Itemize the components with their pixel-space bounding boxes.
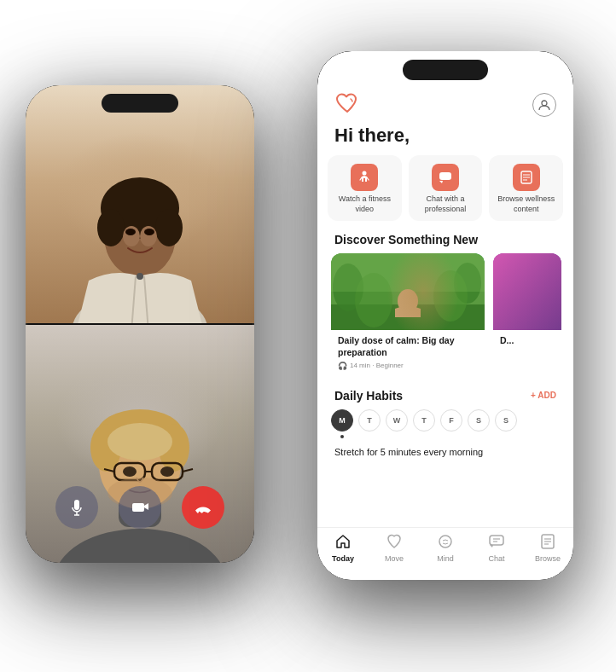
chat-icon xyxy=(488,533,505,553)
discover-card-1-title: Daily dose of calm: Big day preparation xyxy=(338,335,478,358)
headphone-icon: 🎧 xyxy=(338,362,347,370)
svg-point-5 xyxy=(155,209,183,246)
day-tuesday[interactable]: T xyxy=(358,409,381,432)
right-phone: Hi there, Watch a fitness video xyxy=(317,51,573,580)
qa-chat-pro[interactable]: Chat with a professional xyxy=(409,155,483,221)
browse-nav-icon xyxy=(539,533,556,553)
chat-pro-icon xyxy=(432,164,459,191)
discover-card-1-meta: 🎧 14 min · Beginner xyxy=(338,362,478,370)
discover-card-1-meta-text: 14 min · Beginner xyxy=(350,362,404,369)
nav-move[interactable]: Move xyxy=(369,533,420,563)
svg-rect-29 xyxy=(132,503,144,512)
day-saturday[interactable]: S xyxy=(468,409,490,432)
nav-today-label: Today xyxy=(332,554,354,563)
nav-browse[interactable]: Browse xyxy=(522,533,573,563)
day-indicator xyxy=(340,435,344,438)
nav-move-label: Move xyxy=(385,554,404,563)
woman-silhouette xyxy=(46,110,234,323)
man-silhouette xyxy=(38,341,242,563)
nav-browse-label: Browse xyxy=(535,554,561,563)
svg-rect-47 xyxy=(493,253,561,330)
nav-mind[interactable]: Mind xyxy=(420,533,471,563)
end-call-button[interactable] xyxy=(182,486,224,529)
qa-fitness-label: Watch a fitness video xyxy=(334,194,395,214)
svg-rect-43 xyxy=(331,253,485,292)
svg-point-31 xyxy=(363,171,367,176)
greeting-text: Hi there, xyxy=(317,121,573,155)
app-content: Hi there, Watch a fitness video xyxy=(317,51,573,527)
scene: Hi there, Watch a fitness video xyxy=(0,0,616,672)
qa-fitness[interactable]: Watch a fitness video xyxy=(328,155,402,221)
svg-point-41 xyxy=(433,270,468,322)
day-monday[interactable]: M xyxy=(331,409,353,432)
discover-cards-row: Daily dose of calm: Big day preparation … xyxy=(317,253,573,386)
habits-header: Daily Habits + ADD xyxy=(317,387,573,409)
habits-section-title: Daily Habits xyxy=(334,389,403,403)
call-controls xyxy=(26,486,254,529)
nav-chat[interactable]: Chat xyxy=(471,533,522,563)
svg-point-30 xyxy=(542,101,547,106)
day-wednesday[interactable]: W xyxy=(386,409,408,432)
svg-point-18 xyxy=(108,423,172,461)
svg-rect-32 xyxy=(439,172,451,180)
fitness-icon xyxy=(351,164,378,191)
mute-button[interactable] xyxy=(55,486,98,529)
svg-point-40 xyxy=(454,263,481,304)
app-header xyxy=(317,85,573,121)
svg-line-23 xyxy=(183,469,193,472)
discover-card-2[interactable]: D... xyxy=(493,253,561,374)
discover-card-1-image xyxy=(331,253,485,330)
left-phone xyxy=(26,85,254,563)
svg-point-25 xyxy=(160,466,174,477)
qa-browse[interactable]: Browse wellness content xyxy=(489,155,563,221)
video-call-screen xyxy=(26,85,254,563)
qa-browse-label: Browse wellness content xyxy=(496,194,556,214)
svg-point-39 xyxy=(333,264,363,311)
svg-rect-49 xyxy=(490,536,503,545)
video-bottom-participant xyxy=(26,325,254,563)
svg-point-4 xyxy=(97,209,125,246)
add-habit-button[interactable]: + ADD xyxy=(531,391,556,400)
notch-right xyxy=(403,60,488,80)
camera-button[interactable] xyxy=(119,486,161,529)
nav-chat-label: Chat xyxy=(488,554,504,563)
browse-icon xyxy=(513,164,540,191)
notch-left xyxy=(102,94,178,113)
svg-point-10 xyxy=(137,273,143,280)
day-sunday[interactable]: S xyxy=(495,409,517,432)
svg-point-11 xyxy=(55,529,225,563)
day-friday[interactable]: F xyxy=(440,409,462,432)
day-pills-row: M T W T F S S xyxy=(317,409,573,443)
heart-icon xyxy=(386,533,403,553)
discover-card-1-info: Daily dose of calm: Big day preparation … xyxy=(331,330,485,374)
app-logo xyxy=(334,92,360,118)
svg-point-9 xyxy=(144,229,154,235)
svg-point-42 xyxy=(355,273,392,327)
discover-title: Discover Something New xyxy=(317,233,573,253)
svg-point-24 xyxy=(123,466,137,477)
profile-icon[interactable] xyxy=(532,93,556,117)
discover-card-2-title: D... xyxy=(500,335,555,347)
home-icon xyxy=(334,533,352,553)
discover-card-2-info: D... xyxy=(493,330,561,355)
mind-icon xyxy=(437,533,454,553)
discover-card-2-image xyxy=(493,253,561,330)
discover-card-1[interactable]: Daily dose of calm: Big day preparation … xyxy=(331,253,485,374)
bottom-nav: Today Move xyxy=(317,527,573,580)
day-thursday[interactable]: T xyxy=(413,409,435,432)
nav-mind-label: Mind xyxy=(437,554,454,563)
nav-today[interactable]: Today xyxy=(317,533,369,563)
quick-actions: Watch a fitness video Chat with a profes… xyxy=(317,155,573,233)
svg-point-8 xyxy=(125,229,136,235)
svg-point-48 xyxy=(439,536,451,547)
qa-chat-pro-label: Chat with a professional xyxy=(416,194,476,214)
svg-rect-37 xyxy=(331,253,485,330)
app-screen: Hi there, Watch a fitness video xyxy=(317,51,573,580)
habit-item-1: Stretch for 5 minutes every morning xyxy=(317,443,573,461)
svg-rect-38 xyxy=(331,304,485,330)
svg-point-44 xyxy=(398,289,418,313)
video-top-participant xyxy=(26,85,254,323)
